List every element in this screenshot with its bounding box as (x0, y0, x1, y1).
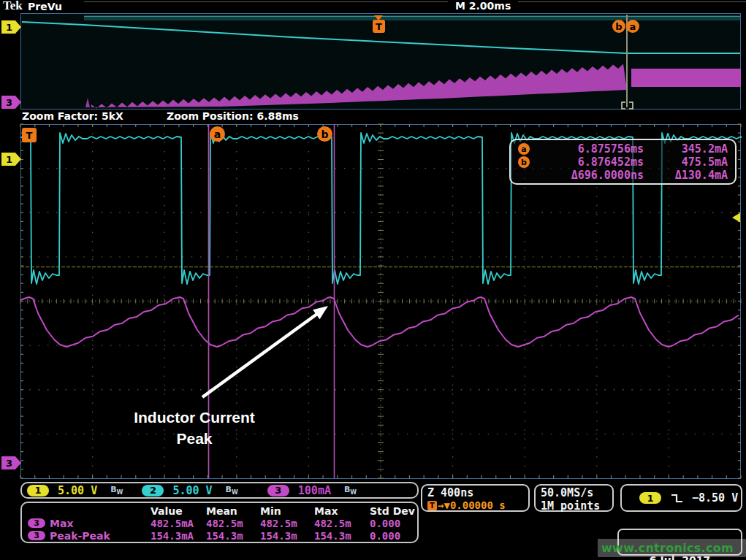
cursor-b-time: 6.876452ms (540, 156, 644, 169)
col-stddev: Std Dev (370, 505, 417, 517)
cursor-a-marker-overview[interactable]: a (626, 20, 639, 33)
zoom-status-bar: Zoom Factor: 5kX Zoom Position: 6.88ms (0, 110, 746, 123)
zoom-scale-readout: Z 400ns (427, 486, 528, 499)
col-min: Min (260, 505, 314, 517)
cursor-readout: a 6.875756ms 345.2mA b 6.876452ms 475.5m… (509, 139, 737, 185)
ch3-marker-zoom[interactable]: 3 (1, 456, 21, 469)
col-value: Value (151, 505, 206, 517)
ch3-bandwidth-icon: BW (344, 485, 357, 496)
zoom-timebase-box[interactable]: Z 400ns T → ▼ 0.00000 s (421, 484, 530, 512)
ch3-source-badge: 3 (28, 531, 45, 540)
trigger-position-marker-overview[interactable]: T (373, 20, 385, 33)
ch3-source-badge: 3 (28, 518, 45, 528)
zoom-factor-label: Zoom Factor: 5kX (22, 110, 123, 122)
sample-rate: 50.0MS/s (541, 486, 612, 499)
ch1-badge[interactable]: 1 (27, 485, 49, 496)
cursor-a-badge: a (518, 143, 530, 155)
ch3-marker-overview[interactable]: 3 (1, 96, 21, 109)
tek-logo: Tek (3, 0, 23, 13)
ch2-scale: 5.00 V (172, 484, 212, 497)
cursor-delta-value: Δ130.4mA (644, 169, 728, 182)
trigger-readout-box[interactable]: 1 −8.50 V (620, 484, 742, 512)
trigger-position-marker-zoom[interactable]: T (22, 128, 37, 142)
cursor-a-time: 6.875756ms (540, 142, 644, 156)
ch2-bandwidth-icon: BW (226, 485, 238, 496)
cursor-b-value: 475.5mA (644, 156, 728, 169)
measurement-name: Peak-Peak (50, 530, 110, 542)
cursor-a-marker[interactable]: a (210, 126, 225, 142)
measurement-name: Max (50, 518, 73, 529)
acquisition-status: PreVu (28, 1, 62, 12)
top-separator (84, 1, 746, 2)
ch1-marker-zoom[interactable]: 1 (1, 153, 21, 166)
cursor-delta-time: Δ696.0000ns (540, 169, 644, 182)
ch1-scale: 5.00 V (58, 484, 97, 497)
ch3-badge[interactable]: 3 (267, 485, 289, 496)
trigger-delay-readout: 0.00000 s (450, 499, 506, 511)
ch3-scale: 100mA (298, 484, 331, 497)
ch2-badge[interactable]: 2 (142, 485, 164, 496)
reference-triangle-icon: ▼ (444, 499, 449, 511)
falling-edge-icon (671, 493, 684, 504)
oscilloscope-screen: Tek PreVu M 2.00ms Zoom Factor: 5kX Zoom… (0, 0, 746, 560)
zoom-position-label: Zoom Position: 6.88ms (167, 110, 299, 122)
annotation-line1: Inductor Current (108, 407, 281, 428)
cursor-a-value: 345.2mA (644, 142, 728, 156)
measurement-header-row: Value Mean Min Max Std Dev (28, 505, 417, 517)
trigger-level-readout: −8.50 V (692, 491, 738, 505)
annotation-line2: Peak (108, 428, 281, 449)
cursor-b-marker-overview[interactable]: b (612, 20, 625, 33)
ch1-bandwidth-icon: BW (110, 485, 123, 496)
arrow-right-icon: → (438, 499, 444, 511)
record-length: 1M points (541, 499, 612, 513)
measurement-row-peak-peak: 3 Peak-Peak 154.3mA 154.3m 154.3m 154.3m… (28, 529, 417, 542)
trigger-source-badge: 1 (639, 492, 661, 504)
trigger-icon: T (427, 501, 437, 510)
main-timebase-readout: M 2.00ms (448, 0, 518, 12)
annotation-text: Inductor Current Peak (108, 407, 281, 449)
col-mean: Mean (206, 505, 260, 517)
watermark: www.cntronics.com (598, 539, 746, 557)
col-max: Max (314, 505, 370, 517)
cursor-b-badge: b (518, 156, 530, 168)
acquisition-box[interactable]: 50.0MS/s 1M points (534, 484, 614, 512)
ch1-marker-overview[interactable]: 1 (1, 20, 21, 34)
cursor-b-marker[interactable]: b (317, 126, 332, 142)
measurement-table: Value Mean Min Max Std Dev 3 Max 482.5mA… (20, 502, 419, 543)
channel-readout-bar[interactable]: 1 5.00 V BW 2 5.00 V BW 3 100mA BW (20, 482, 419, 499)
measurement-row-max: 3 Max 482.5mA 482.5m 482.5m 482.5m 0.000 (28, 517, 417, 529)
